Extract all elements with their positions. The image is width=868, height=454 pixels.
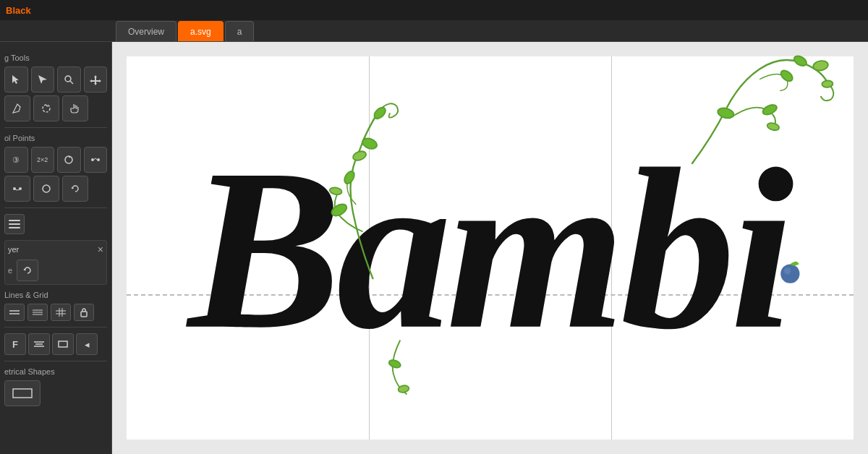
selection-tool-btn[interactable] [4, 67, 28, 93]
layer-content: e [8, 260, 103, 281]
hamburger-line-3 [9, 227, 20, 228]
app-title: Black [6, 5, 31, 16]
cp-circle2-btn[interactable] [33, 176, 59, 202]
hamburger-line-1 [9, 220, 20, 221]
tab-asvg[interactable]: a.svg [178, 21, 224, 41]
svg-rect-23 [13, 389, 32, 398]
sidebar-bottom: F ◂ [4, 333, 107, 355]
tab-bar: Overview a.svg a [0, 20, 868, 42]
rotate-tool-btn[interactable] [33, 95, 59, 121]
canvas-area[interactable]: Bambi [112, 42, 868, 454]
layer-refresh-btn[interactable] [17, 260, 38, 281]
cp-row-1: ③ 2×2 [4, 147, 107, 173]
cp-smooth-btn[interactable] [4, 176, 30, 202]
move-tool-btn[interactable] [84, 67, 108, 93]
arrow-tool-btn[interactable] [31, 67, 55, 93]
svg-point-8 [43, 185, 50, 192]
svg-point-5 [97, 158, 100, 161]
cp-cycle-btn[interactable] [57, 147, 81, 173]
align-btn[interactable] [28, 333, 50, 355]
pen-tool-btn[interactable] [4, 95, 30, 121]
f-btn[interactable]: F [4, 333, 26, 355]
tool-row-2 [4, 95, 107, 121]
arrow-right-btn[interactable]: ◂ [76, 333, 98, 355]
lock-btn[interactable] [74, 304, 94, 321]
layer-e-label: e [8, 266, 12, 275]
svg-rect-18 [81, 312, 87, 317]
tool-row-1 [4, 67, 107, 93]
hamburger-btn[interactable] [4, 214, 25, 234]
tab-a[interactable]: a [225, 21, 255, 41]
hamburger-line-2 [9, 223, 20, 225]
cp-nodes-btn[interactable] [84, 147, 108, 173]
drawing-tools-label: g Tools [4, 53, 107, 62]
zoom-tool-btn[interactable] [57, 67, 81, 93]
rectangle-shape-btn[interactable] [4, 380, 41, 406]
divider-1 [4, 127, 107, 128]
cp-row-2 [4, 176, 107, 202]
layer-panel: yer × e [4, 240, 107, 285]
canvas-background [127, 56, 854, 440]
hand-tool-btn[interactable] [62, 95, 88, 121]
divider-4 [4, 361, 107, 361]
guide-horizontal-1 [127, 294, 854, 296]
lines-btn-1[interactable] [4, 304, 25, 321]
layer-header: yer × [8, 244, 103, 255]
geometrical-shapes-label: etrical Shapes [4, 367, 107, 376]
rect-btn[interactable] [52, 333, 74, 355]
guide-vertical-1 [369, 56, 370, 440]
main-layout: g Tools [0, 42, 868, 454]
divider-3 [4, 327, 107, 327]
svg-line-1 [70, 81, 73, 84]
divider-2 [4, 207, 107, 208]
layer-label: yer [8, 245, 19, 254]
layer-close-btn[interactable]: × [98, 244, 103, 255]
bottom-row-1: F ◂ [4, 333, 107, 355]
lines-grid-row [4, 304, 107, 321]
sidebar: g Tools [0, 42, 112, 454]
cp-refresh-btn[interactable] [62, 176, 88, 202]
tab-overview[interactable]: Overview [116, 21, 176, 41]
svg-point-0 [65, 76, 71, 82]
control-points-label: ol Points [4, 134, 107, 142]
guide-vertical-2 [611, 56, 612, 440]
svg-point-4 [91, 158, 94, 161]
lines-btn-2[interactable] [27, 304, 48, 321]
lines-grid-label: Lines & Grid [4, 291, 107, 299]
geo-row [4, 380, 107, 406]
grid-btn[interactable] [51, 304, 71, 321]
top-bar: Black [0, 0, 868, 20]
cp-grid-btn[interactable]: 2×2 [31, 147, 55, 173]
svg-rect-22 [59, 341, 67, 347]
cp-circle-btn[interactable]: ③ [4, 147, 28, 173]
